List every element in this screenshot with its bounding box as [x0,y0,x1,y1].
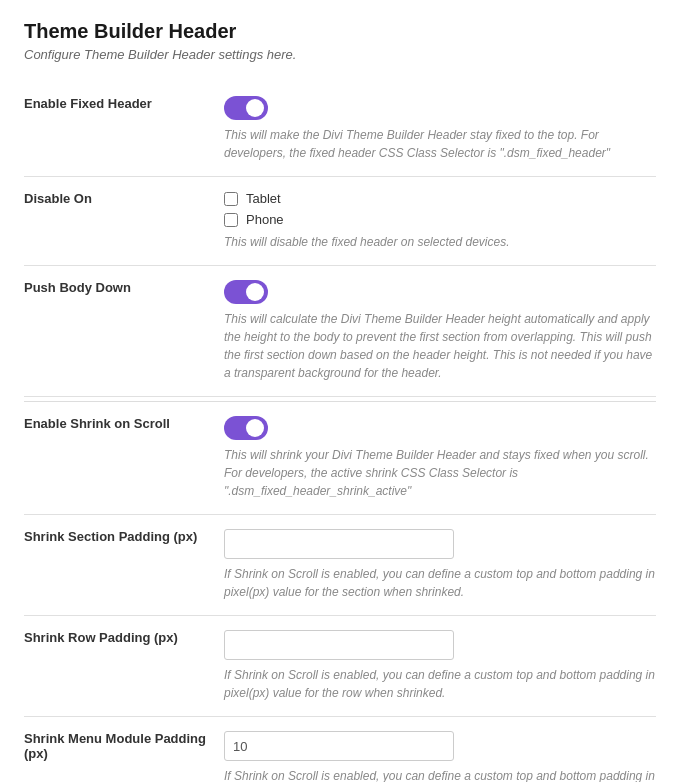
toggle-wrapper-push-body-down[interactable] [224,280,268,304]
description-push-body-down: This will calculate the Divi Theme Build… [224,310,656,382]
control-push-body-down: This will calculate the Divi Theme Build… [224,266,656,397]
label-enable-fixed-header: Enable Fixed Header [24,82,224,177]
toggle-slider-enable-shrink-on-scroll [224,416,268,440]
description-shrink-menu-module-padding: If Shrink on Scroll is enabled, you can … [224,767,656,782]
toggle-wrapper-enable-fixed-header[interactable] [224,96,268,120]
toggle-enable-fixed-header[interactable] [224,96,268,120]
control-shrink-section-padding: If Shrink on Scroll is enabled, you can … [224,515,656,616]
description-enable-shrink-on-scroll: This will shrink your Divi Theme Builder… [224,446,656,500]
setting-row-enable-fixed-header: Enable Fixed HeaderThis will make the Di… [24,82,656,177]
setting-row-shrink-row-padding: Shrink Row Padding (px)If Shrink on Scro… [24,616,656,717]
checkbox-text-phone: Phone [246,212,284,227]
setting-row-shrink-section-padding: Shrink Section Padding (px)If Shrink on … [24,515,656,616]
label-push-body-down: Push Body Down [24,266,224,397]
text-input-shrink-section-padding[interactable] [224,529,454,559]
toggle-wrapper-enable-shrink-on-scroll[interactable] [224,416,268,440]
settings-table: Enable Fixed HeaderThis will make the Di… [24,82,656,782]
label-shrink-section-padding: Shrink Section Padding (px) [24,515,224,616]
checkbox-phone[interactable] [224,213,238,227]
checkbox-text-tablet: Tablet [246,191,281,206]
setting-row-push-body-down: Push Body DownThis will calculate the Di… [24,266,656,397]
label-shrink-menu-module-padding: Shrink Menu Module Padding (px) [24,717,224,783]
setting-row-disable-on: Disable OnTabletPhoneThis will disable t… [24,177,656,266]
text-input-shrink-menu-module-padding[interactable] [224,731,454,761]
toggle-slider-push-body-down [224,280,268,304]
description-shrink-section-padding: If Shrink on Scroll is enabled, you can … [224,565,656,601]
setting-row-shrink-menu-module-padding: Shrink Menu Module Padding (px)If Shrink… [24,717,656,783]
page-title: Theme Builder Header [24,20,656,43]
toggle-push-body-down[interactable] [224,280,268,304]
control-shrink-row-padding: If Shrink on Scroll is enabled, you can … [224,616,656,717]
control-disable-on: TabletPhoneThis will disable the fixed h… [224,177,656,266]
label-enable-shrink-on-scroll: Enable Shrink on Scroll [24,402,224,515]
label-shrink-row-padding: Shrink Row Padding (px) [24,616,224,717]
checkbox-label-tablet[interactable]: Tablet [224,191,656,206]
checkbox-group-disable-on: TabletPhone [224,191,656,227]
label-disable-on: Disable On [24,177,224,266]
toggle-enable-shrink-on-scroll[interactable] [224,416,268,440]
toggle-slider-enable-fixed-header [224,96,268,120]
control-shrink-menu-module-padding: If Shrink on Scroll is enabled, you can … [224,717,656,783]
page-subtitle: Configure Theme Builder Header settings … [24,47,656,62]
description-disable-on: This will disable the fixed header on se… [224,233,656,251]
checkbox-label-phone[interactable]: Phone [224,212,656,227]
text-input-shrink-row-padding[interactable] [224,630,454,660]
control-enable-fixed-header: This will make the Divi Theme Builder He… [224,82,656,177]
checkbox-tablet[interactable] [224,192,238,206]
description-shrink-row-padding: If Shrink on Scroll is enabled, you can … [224,666,656,702]
setting-row-enable-shrink-on-scroll: Enable Shrink on ScrollThis will shrink … [24,402,656,515]
control-enable-shrink-on-scroll: This will shrink your Divi Theme Builder… [224,402,656,515]
description-enable-fixed-header: This will make the Divi Theme Builder He… [224,126,656,162]
